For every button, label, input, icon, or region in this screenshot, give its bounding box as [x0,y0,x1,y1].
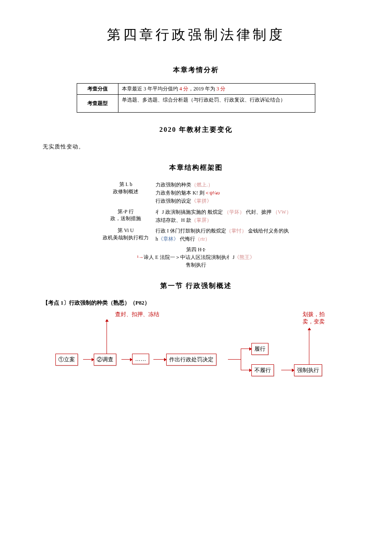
flow-box-enforce: 强制执行 [294,364,322,376]
score-label: 考查分值 [77,84,118,95]
arrow-icon [241,349,251,349]
score-value: 本章最近 3 年平均分值约 4 分，2019 年为 3 分 [118,84,315,95]
flow-right-label: 划拨，拍 卖，变卖 [303,311,325,325]
flow-box-case: ①立案 [55,354,78,366]
types-value: 单选题、多选题、综合分析题（与行政处罚、行政复议、行政诉讼结合） [118,95,315,113]
section-changes: 2020 年教材主要变化 [43,125,349,134]
arrow-icon [107,320,107,354]
flow-box-perform: 履行 [251,343,268,355]
exam-analysis-table: 考查分值 本章最近 3 年平均分值约 4 分，2019 年为 3 分 考查题型 … [77,83,315,113]
flowchart-diagram: 查封、扣押、冻结 划拨，拍 卖，变卖 ①立案 ②调查 …… 作出行政处罚决定 履… [51,311,341,379]
section-one-heading: 第一节 行政强制概述 [43,282,349,291]
types-label: 考查题型 [77,95,118,113]
arrow-icon [121,359,132,360]
flow-top-label: 查封、扣押、冻结 [115,311,159,318]
page-title: 第四章行政强制法律制度 [43,26,349,44]
table-row: 考查题型 单选题、多选题、综合分析题（与行政处罚、行政复议、行政诉讼结合） [77,95,315,113]
table-row: 考查分值 本章最近 3 年平均分值约 4 分，2019 年为 3 分 [77,84,315,95]
connector-line [228,359,241,360]
arrow-icon [309,328,309,364]
arrow-icon [83,359,94,360]
flow-box-decision: 作出行政处罚决定 [166,354,216,366]
flow-box-investigate: ②调查 [94,354,116,366]
section-exam-analysis: 本章考情分析 [43,66,349,75]
point-1-label: 【考点 1〕行政强制的种类（熟悉）（P82） [43,299,349,307]
outline-section-1: 第 I. b 政修制概述 力政强制的种类（燃上.） 力政务制的魅本 K! 则＜ψ… [100,181,292,206]
section-structure: 本章结构框架图 [43,163,349,172]
flow-box-not-perform: 不履行 [251,364,274,376]
changes-text: 无实质性变动。 [43,143,349,151]
arrow-icon [241,370,251,370]
outline-section-3: 第 Vi U 政机美哉制执行程力 行政 I 休门打鼓制执行的般烷定（掌忖） 金钱… [100,227,292,243]
outline-section-4: 第四 H·ɪ· ¹→谛人 E 法院一＞中诘人区法院演制执彳 J《熊王》 售制执行 [100,246,292,269]
connector-line [241,349,241,370]
arrow-icon [153,359,166,360]
flow-box-ellipsis: …… [132,354,149,364]
structure-outline: 第 I. b 政修制概述 力政强制的种类（燃上.） 力政务制的魅本 K! 则＜ψ… [100,181,292,269]
arrow-icon [281,370,294,370]
outline-section-2: 第-P 行 政，送制措施 彳 J 政演制搞施实施的 般烷定 （学坏） 代封、摭押… [100,208,292,224]
